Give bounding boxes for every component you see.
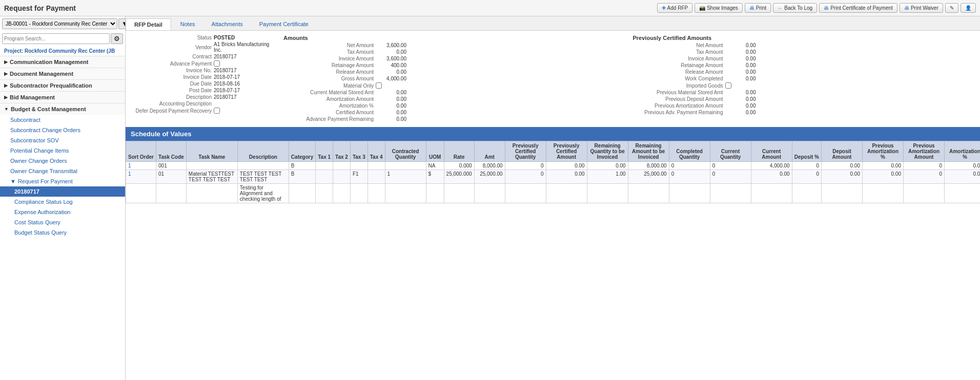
sidebar-item-budget-status[interactable]: Budget Status Query [0,227,125,238]
cell-prev_cert_amt: 0.00 [546,162,587,170]
back-to-log-button[interactable]: ← Back To Log [773,3,817,13]
tab-rfp-detail[interactable]: RFP Detail [126,18,171,30]
sidebar-group-header-subpre[interactable]: ▶ Subcontractor Prequalification [0,80,125,91]
search-settings-button[interactable]: ⚙ [111,33,123,44]
cell-tax1 [316,162,333,170]
defer-row: Defer Deposit Payment Recovery [132,108,275,114]
cell-description [237,162,289,170]
tab-attachments[interactable]: Attachments [203,18,251,30]
table-row: 1001BNA0.0008,000.0000.000.008,000.00004… [126,162,981,170]
col-tax4: Tax 4 [368,141,385,162]
prev-retainage-value: 0.00 [725,62,756,68]
add-rfp-button[interactable]: ✚ Add RFP [657,3,693,13]
sidebar-item-subcontract-co[interactable]: Subcontract Change Orders [0,125,125,135]
defer-checkbox[interactable] [214,108,220,114]
status-label: Status [132,35,214,40]
cell-category: B [289,170,315,184]
col-tax3: Tax 3 [350,141,368,162]
cell-amt [474,184,505,203]
advance-remaining-row: Advance Payment Remaining 0.00 [283,116,625,122]
project-label: Project: Rockford Community Rec Center (… [0,46,125,56]
col-rem-amt: Remaining Amount to be Invoiced [628,141,669,162]
cell-tax2 [333,162,351,170]
prev-invoice-amount-row: Invoice Amount 0.00 [633,56,974,61]
sidebar-group-header-communication[interactable]: ▶ Communication Management [0,56,125,68]
header-actions: ✚ Add RFP 📸 Show Images 🖶 Print ← Back T… [657,3,976,13]
cell-sort_order[interactable]: 1 [126,162,156,170]
current-material-label: Current Material Stored Amt [283,90,376,95]
cell-uom: $ [426,170,444,184]
cell-rem_qty: 0.00 [587,162,628,170]
status-value: POSTED [214,35,235,40]
sidebar-item-owner-transmittal[interactable]: Owner Change Transmittal [0,166,125,176]
sidebar-item-owner-co[interactable]: Owner Change Orders [0,156,125,166]
sidebar-item-rfp[interactable]: ▼ Request For Payment [0,176,125,186]
edit-icon: ✎ [950,5,954,11]
print-certificate-button[interactable]: 🖶 Print Certificate of Payment [819,3,897,13]
sidebar-item-potential-change[interactable]: Potential Change Items [0,145,125,156]
advance-payment-checkbox[interactable] [214,60,220,67]
cell-completed_qty [669,184,710,203]
arrow-icon-4: ▶ [4,95,8,100]
col-contracted-qty: Contracted Quantity [385,141,426,162]
tab-notes[interactable]: Notes [172,18,203,30]
sidebar-item-cost-status[interactable]: Cost Status Query [0,217,125,227]
imported-goods-checkbox[interactable] [725,82,731,89]
print-icon: 🖶 [749,5,754,11]
project-dropdown[interactable]: JB-00001 - Rockford Community Rec Center [2,18,117,29]
sov-table-wrapper[interactable]: Sort Order Task Code Task Name Descripti… [126,141,980,380]
sidebar-item-subcontractor-sov[interactable]: Subcontractor SOV [0,135,125,145]
user-icon: 👤 [965,5,971,11]
cell-deposit_amt: 0.00 [822,162,863,170]
sidebar-item-expense-auth[interactable]: Expense Authorization [0,207,125,217]
col-tax2: Tax 2 [333,141,351,162]
col-rate: Rate [444,141,474,162]
material-only-checkbox[interactable] [376,82,382,89]
sov-table: Sort Order Task Code Task Name Descripti… [126,141,980,203]
work-completed-value: 0.00 [725,76,756,81]
cell-current_qty [710,184,751,203]
cell-sort_order [126,184,156,203]
plus-icon: ✚ [662,5,666,11]
print-button[interactable]: 🖶 Print [745,3,771,13]
cell-prev_cert_qty: 0 [505,162,546,170]
sidebar-group-header-budget[interactable]: ▼ Budget & Cost Management [0,103,125,115]
detail-area: Status POSTED Vendor A1 Bricks Manufactu… [126,31,980,127]
detail-left-col: Status POSTED Vendor A1 Bricks Manufactu… [132,35,275,123]
invoice-amount-row: Invoice Amount 3,600.00 [283,56,625,61]
sidebar-group-header-document[interactable]: ▶ Document Management [0,68,125,79]
edit-button[interactable]: ✎ [945,3,958,13]
amortization-pct-value: 0.00 [376,103,406,109]
prev-tax-amount-label: Tax Amount [633,49,725,55]
cell-contracted_qty: 1 [385,170,426,184]
program-search-input[interactable] [2,33,110,44]
imported-goods-row: Imported Goods [633,82,974,89]
retainage-amount-row: Retainage Amount 400.00 [283,62,625,68]
print-waiver-button[interactable]: 🖶 Print Waiver [900,3,943,13]
table-row: 101Material TESTTEST TEST TEST TESTTEST … [126,170,981,184]
description-row: Description 20180717 [132,94,275,100]
show-images-button[interactable]: 📸 Show Images [695,3,743,13]
net-amount-label: Net Amount [283,43,376,48]
cell-rate: 0.000 [444,162,474,170]
user-button[interactable]: 👤 [961,3,976,13]
tab-payment-certificate[interactable]: Payment Certificate [251,18,317,30]
cell-sort_order[interactable]: 1 [126,170,156,184]
sidebar-group-header-bid[interactable]: ▶ Bid Management [0,92,125,103]
prev-material-row: Previous Material Stored Amt 0.00 [633,90,974,95]
sidebar-item-compliance[interactable]: Compliance Status Log [0,197,125,207]
sidebar-item-20180717[interactable]: 20180717 [0,186,125,197]
release-amount-row: Release Amount 0.00 [283,69,625,75]
advance-payment-label: Advance Payment [132,61,214,67]
current-material-value: 0.00 [376,90,406,95]
description-value: 20180717 [214,94,237,100]
sidebar-item-subcontract[interactable]: Subcontract [0,115,125,125]
tab-bar: RFP Detail Notes Attachments Payment Cer… [126,16,980,31]
cell-rate [444,184,474,203]
cell-uom: NA [426,162,444,170]
dropdown-arrow-button[interactable]: ▼ [118,18,126,29]
arrow-icon: ▶ [4,59,8,65]
description-label: Description [132,94,214,100]
col-amt: Amt [474,141,505,162]
gross-amount-value: 4,000.00 [376,76,406,81]
